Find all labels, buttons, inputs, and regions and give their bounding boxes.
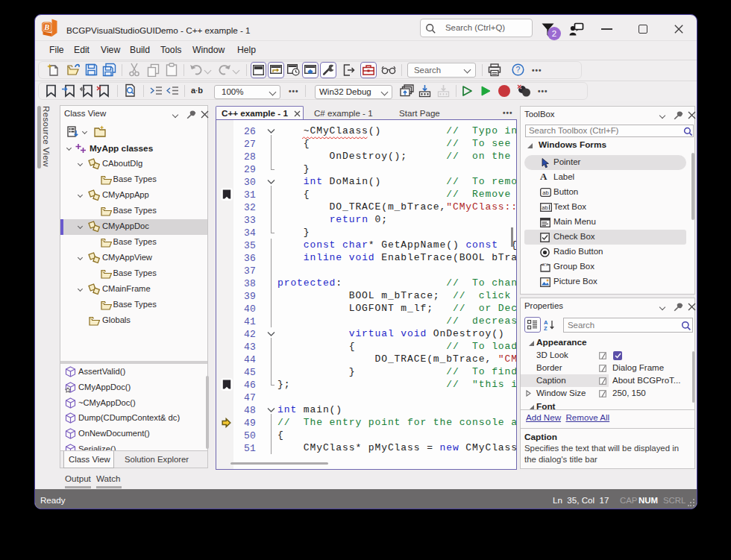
svg-text:XY: XY <box>542 262 548 267</box>
svg-text:?: ? <box>516 65 521 74</box>
svg-text:ab: ab <box>542 189 548 195</box>
svg-text:Z: Z <box>544 325 548 330</box>
svg-text:B: B <box>43 23 49 31</box>
svg-text:ab: ab <box>542 204 548 210</box>
